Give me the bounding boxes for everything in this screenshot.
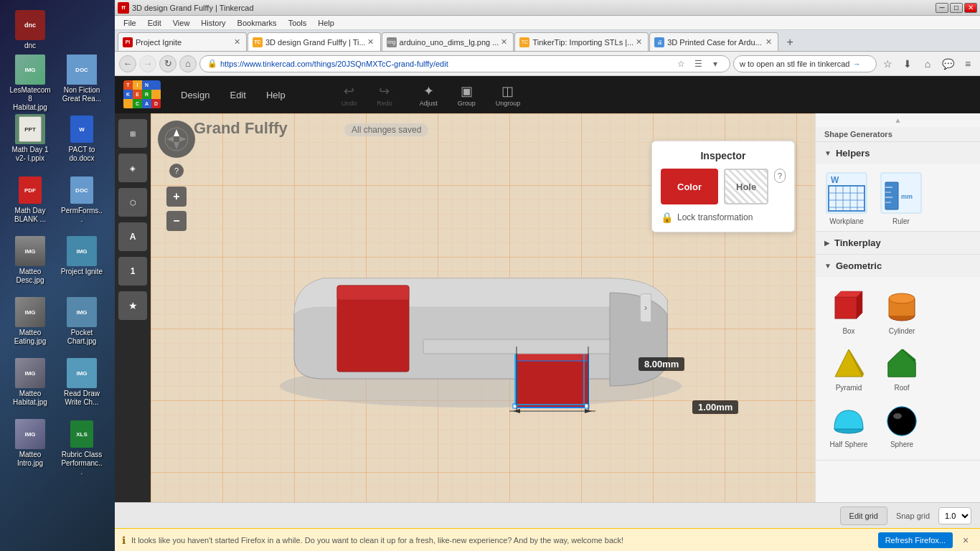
download-icon[interactable]: ⬇ (900, 56, 915, 72)
zoom-out-button[interactable]: − (166, 211, 187, 231)
close-button[interactable]: ✕ (964, 3, 977, 13)
maximize-button[interactable]: □ (950, 3, 963, 13)
home-button[interactable]: ⌂ (179, 55, 197, 72)
tinkerplay-header[interactable]: ▶ Tinkerplay (816, 232, 980, 254)
shape-cylinder[interactable]: Cylinder (877, 286, 926, 338)
desktop-icon-pocket-chart[interactable]: IMG PocketChart.jpg (57, 294, 106, 349)
tab-close-3d-design[interactable]: ✕ (366, 37, 376, 47)
view-grid-button[interactable]: ⊞ (118, 119, 147, 148)
zoom-in-button[interactable]: + (166, 187, 187, 207)
desktop-icon-project-ignite[interactable]: IMG Project Ignite (57, 233, 106, 279)
hole-button[interactable]: Hole (724, 169, 768, 204)
geometric-header[interactable]: ▼ Geometric (816, 255, 980, 277)
lock-transformation: 🔒 Lock transformation (661, 212, 786, 223)
redo-button[interactable]: ↪ Redo (369, 80, 400, 110)
shape-roof[interactable]: Roof (877, 342, 926, 395)
undo-button[interactable]: ↩ Undo (334, 80, 364, 110)
desktop-icon-lesMatecom[interactable]: IMG LesMatecom 8Habitat.jpg (6, 52, 55, 115)
notif-close-button[interactable]: × (958, 533, 973, 547)
geometric-arrow: ▼ (824, 262, 831, 270)
scroll-up-button[interactable]: ▲ (895, 116, 902, 124)
tab-arduino-dims[interactable]: img arduino_uno_dims_lg.png ... ✕ (382, 32, 514, 51)
menu-bookmarks[interactable]: Bookmarks (232, 17, 283, 29)
half-sphere-label: Half Sphere (830, 441, 868, 448)
url-dropdown[interactable]: ▾ (708, 57, 722, 71)
menu-tools[interactable]: Tools (283, 17, 313, 29)
panel-collapse-button[interactable]: › (640, 293, 651, 322)
desktop-icon-pactodo[interactable]: W PACT todo.docx (57, 111, 106, 166)
tab-close-tinkertip[interactable]: ✕ (633, 37, 644, 47)
menu-edit[interactable]: Edit (142, 17, 167, 29)
menu-help[interactable]: Help (312, 17, 340, 29)
tc-nav-help[interactable]: Help (258, 85, 294, 105)
tab-close-project-ignite[interactable]: ✕ (232, 37, 242, 47)
tc-nav-design[interactable]: Design (172, 85, 218, 105)
desktop-icon-matteo-eating[interactable]: IMG MatteoEating.jpg (6, 294, 55, 349)
desktop-icon-rubric-class[interactable]: XLS Rubric ClassPerformanc... (57, 416, 106, 479)
search-bar[interactable]: w to open an stl file in tinkercad → (733, 55, 877, 72)
menu-icon[interactable]: ≡ (960, 56, 976, 72)
forward-button[interactable]: → (139, 55, 156, 72)
roof-label: Roof (894, 384, 909, 392)
desktop-icon-matteo-desc[interactable]: IMG MatteoDesc.jpg (6, 233, 55, 288)
menu-history[interactable]: History (195, 17, 231, 29)
tinkercad-logo[interactable]: T I N K E R C A D (123, 80, 161, 109)
tab-close-arduino[interactable]: ✕ (499, 37, 509, 47)
tab-project-ignite[interactable]: PI Project Ignite ✕ (118, 32, 247, 51)
color-button[interactable]: Color (661, 169, 718, 204)
helpers-header[interactable]: ▼ Helpers (816, 142, 980, 164)
menu-view[interactable]: View (167, 17, 196, 29)
toolbar-icons: ☆ ⬇ ⌂ 💬 ≡ (880, 56, 976, 72)
ungroup-icon: ◫ (501, 83, 514, 99)
desktop-icon-matteo-intro[interactable]: IMG MatteoIntro.jpg (6, 416, 55, 471)
view-letter-button[interactable]: A (118, 222, 147, 251)
shape-sphere[interactable]: Sphere (877, 399, 926, 451)
tab-3d-design[interactable]: TC 3D design Grand Fulffy | Ti... ✕ (248, 32, 381, 51)
chat-icon[interactable]: 💬 (940, 56, 956, 72)
menu-file[interactable]: File (118, 17, 142, 29)
desktop-icon-mathday-blank[interactable]: PDF Math DayBLANK ... (6, 172, 55, 227)
back-button[interactable]: ← (119, 55, 136, 72)
view-solid-button[interactable]: ⬡ (118, 188, 147, 217)
desktop-icon-mathday1[interactable]: PPT Math Day 1v2- l.ppix (6, 111, 55, 166)
workplane-item[interactable]: W Workplane (821, 170, 872, 225)
bookmark-star[interactable]: ☆ (674, 57, 688, 71)
home-nav-icon[interactable]: ⌂ (920, 56, 936, 72)
refresh-firefox-button[interactable]: Refresh Firefox... (878, 532, 953, 548)
desktop-icon-permforms[interactable]: DOC PermForms... (57, 172, 106, 227)
reader-mode[interactable]: ☰ (691, 57, 705, 71)
refresh-button[interactable]: ↻ (159, 55, 176, 72)
compass-control[interactable] (158, 121, 195, 158)
new-tab-button[interactable]: + (781, 34, 799, 51)
tc-nav-edit[interactable]: Edit (221, 85, 254, 105)
bookmark-icon[interactable]: ☆ (880, 56, 895, 72)
group-button[interactable]: ▣ Group (451, 80, 483, 110)
shape-half-sphere[interactable]: Half Sphere (824, 399, 873, 451)
url-bar[interactable]: 🔒 https://www.tinkercad.com/things/20JSQ… (199, 55, 730, 72)
shape-pyramid[interactable]: Pyramid (824, 342, 873, 395)
snap-select[interactable]: 1.0 0.5 2.0 (938, 507, 971, 524)
inspector-help-button[interactable]: ? (774, 169, 786, 183)
view-3d-button[interactable]: ◈ (118, 154, 147, 182)
desktop-icon-matteo-habitat[interactable]: IMG MatteoHabitat.jpg (6, 355, 55, 410)
tc-right-panel: ▲ Shape Generators ▼ Helpers (815, 113, 980, 502)
desktop-icon-read-draw[interactable]: IMG Read DrawWrite Ch... (57, 355, 106, 410)
tab-3d-printed[interactable]: 🖨 3D Printed Case for Ardu... ✕ (649, 32, 778, 51)
adjust-button[interactable]: ✦ Adjust (413, 80, 445, 110)
tc-navigation: Design Edit Help (172, 85, 294, 105)
tab-tinkertip[interactable]: TC TinkerTip: Importing STLs |... ✕ (514, 32, 649, 51)
minimize-button[interactable]: ─ (936, 3, 948, 13)
ungroup-button[interactable]: ◫ Ungroup (489, 80, 528, 110)
ruler-item[interactable]: mm Ruler (876, 170, 926, 225)
tc-viewport[interactable]: 8.00mm 1.00mm ? (151, 113, 815, 502)
edit-grid-button[interactable]: Edit grid (840, 507, 887, 525)
title-bar: ff 3D design Grand Fulffy | Tinkercad ─ … (115, 0, 980, 16)
view-number-button[interactable]: 1 (118, 257, 147, 286)
desktop-icon-nonfiction[interactable]: DOC Non FictionGreat Rea... (57, 52, 106, 106)
tab-close-3d-printed[interactable]: ✕ (763, 37, 773, 47)
desktop-icon-dnc[interactable]: dnc dnc (6, 7, 55, 53)
notif-text: It looks like you haven't started Firefo… (131, 536, 872, 545)
view-star-button[interactable]: ★ (118, 291, 147, 320)
shape-box[interactable]: Box (824, 286, 873, 338)
help-button[interactable]: ? (169, 164, 184, 178)
